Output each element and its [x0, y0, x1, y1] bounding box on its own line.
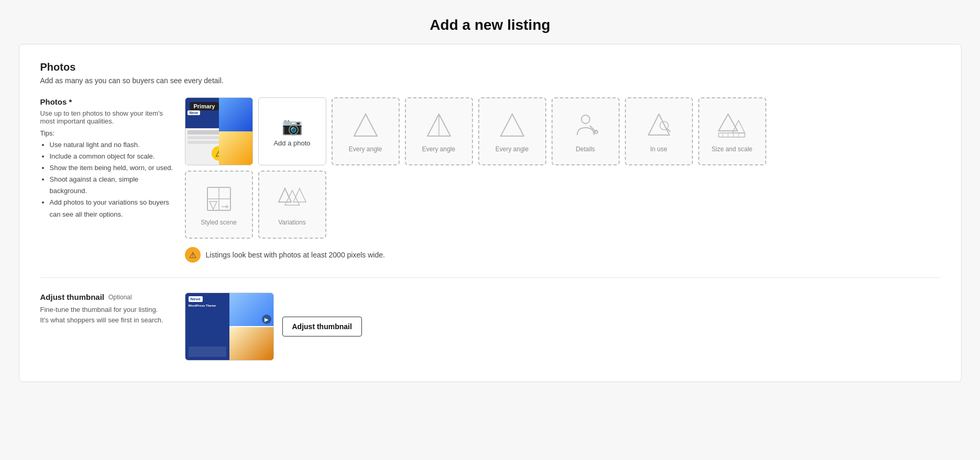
size-scale-slot[interactable]: Size and scale — [698, 97, 766, 165]
every-angle-label-3: Every angle — [495, 145, 528, 153]
photos-left-panel: Photos * Use up to ten photos to show yo… — [40, 97, 177, 220]
photo-grid-row-1: Neve ⚠ — [185, 97, 940, 165]
details-slot[interactable]: Details — [552, 97, 620, 165]
variations-icon — [277, 183, 308, 215]
adjust-thumbnail-section: Adjust thumbnail Optional Fine-tune the … — [40, 293, 940, 361]
primary-photo-slot[interactable]: Neve ⚠ — [185, 97, 253, 165]
cone-icon — [350, 110, 381, 141]
adjust-right-panel: Neve WordPress Theme ▶ Adjust thumbnail — [185, 293, 362, 361]
styled-scene-label: Styled scene — [201, 219, 237, 226]
photos-label: Photos * — [40, 97, 177, 106]
tip-3: Show the item being held, worn, or used. — [50, 162, 177, 174]
warning-banner: ⚠ Listings look best with photos at leas… — [185, 247, 940, 263]
in-use-slot[interactable]: In use — [625, 97, 693, 165]
tip-4: Shoot against a clean, simple background… — [50, 174, 177, 197]
optional-label: Optional — [108, 294, 132, 301]
every-angle-slot-1[interactable]: Every angle — [332, 97, 400, 165]
neve-badge: Neve — [188, 110, 201, 115]
every-angle-slot-3[interactable]: Every angle — [478, 97, 546, 165]
every-angle-label-2: Every angle — [422, 145, 455, 153]
section-divider — [40, 277, 940, 278]
svg-marker-7 — [648, 114, 669, 135]
add-photo-slot[interactable]: 📷 Add a photo — [258, 97, 326, 165]
adjust-title: Adjust thumbnail Optional — [40, 293, 177, 301]
tip-5: Add photos to your variations so buyers … — [50, 197, 177, 220]
thumb-neve-badge: Neve — [189, 296, 203, 302]
tip-1: Use natural light and no flash. — [50, 139, 177, 151]
page-title: Add a new listing — [0, 17, 980, 33]
tips-label: Tips: — [40, 129, 177, 137]
thumb-left: Neve WordPress Theme — [185, 293, 229, 360]
size-scale-icon — [717, 110, 748, 141]
details-icon — [570, 110, 601, 141]
adjust-left-panel: Adjust thumbnail Optional Fine-tune the … — [40, 293, 177, 325]
tip-2: Include a common object for scale. — [50, 151, 177, 162]
size-scale-label: Size and scale — [711, 145, 752, 153]
in-use-label: In use — [650, 145, 667, 153]
svg-marker-20 — [210, 201, 217, 209]
styled-scene-slot[interactable]: Styled scene — [185, 171, 253, 239]
camera-icon: 📷 — [282, 116, 303, 136]
in-use-icon — [643, 110, 675, 141]
styled-scene-icon — [203, 183, 235, 215]
warning-icon: ⚠ — [185, 247, 201, 263]
photos-section-desc: Add as many as you can so buyers can see… — [40, 76, 940, 85]
main-card: Photos Add as many as you can so buyers … — [19, 44, 962, 382]
photos-section-title: Photos — [40, 61, 940, 73]
add-photo-label: Add a photo — [273, 139, 310, 147]
svg-point-4 — [581, 115, 590, 124]
triangle-icon — [423, 110, 455, 141]
every-angle-label-1: Every angle — [349, 145, 382, 153]
variations-slot[interactable]: Variations — [258, 171, 326, 239]
photos-right-panel: Neve ⚠ — [185, 97, 940, 263]
adjust-desc: Fine-tune the thumbnail for your listing… — [40, 305, 177, 325]
every-angle-slot-2[interactable]: Every angle — [405, 97, 473, 165]
tips-list: Use natural light and no flash. Include … — [40, 139, 177, 220]
details-label: Details — [576, 145, 595, 153]
svg-marker-25 — [293, 188, 306, 202]
svg-marker-3 — [501, 114, 524, 136]
warning-text: Listings look best with photos at least … — [206, 251, 385, 259]
photos-sublabel: Use up to ten photos to show your item's… — [40, 109, 177, 125]
svg-marker-0 — [354, 114, 377, 136]
thumbnail-preview: Neve WordPress Theme ▶ — [185, 293, 274, 361]
primary-badge: Primary — [190, 102, 219, 110]
adjust-thumbnail-button[interactable]: Adjust thumbnail — [282, 317, 362, 336]
svg-marker-23 — [279, 188, 291, 202]
triangle-outline-icon — [497, 110, 528, 141]
variations-label: Variations — [278, 219, 305, 226]
photo-grid-row-2: Styled scene Variations — [185, 171, 940, 239]
adjust-title-text: Adjust thumbnail — [40, 293, 105, 301]
thumb-right: ▶ — [229, 293, 273, 360]
